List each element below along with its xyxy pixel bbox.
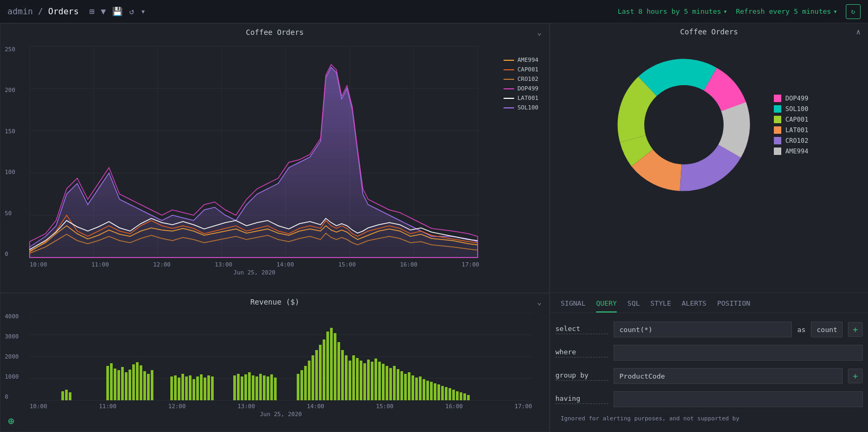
svg-rect-43 (200, 374, 203, 400)
as-input[interactable] (811, 321, 843, 337)
svg-rect-33 (147, 374, 150, 400)
svg-rect-28 (129, 370, 131, 400)
y-label: 50 (5, 210, 15, 217)
svg-rect-93 (423, 379, 425, 400)
having-row: having (555, 391, 863, 407)
bar-chart-svg (30, 313, 532, 400)
where-input[interactable] (614, 345, 863, 361)
panel-menu-icon[interactable]: ⌄ (537, 28, 542, 36)
tab-sql[interactable]: SQL (627, 299, 639, 312)
legend-item-sol100: SOL100 (504, 104, 538, 111)
dropdown-icon[interactable]: ▾ (141, 6, 146, 16)
where-row: where (555, 345, 863, 361)
x-label: 15:00 (338, 261, 355, 268)
select-input[interactable] (614, 321, 792, 337)
tab-signal[interactable]: SIGNAL (561, 299, 586, 312)
svg-rect-36 (174, 375, 177, 400)
select-add-button[interactable]: + (848, 322, 863, 337)
legend-item-lat001: LAT001 (504, 95, 538, 102)
x-date-bottom: Jun 25, 2020 (30, 411, 532, 418)
as-label: as (797, 326, 806, 334)
svg-rect-30 (136, 362, 139, 400)
svg-rect-52 (252, 375, 254, 400)
y-label: 150 (5, 128, 15, 135)
svg-point-106 (644, 85, 724, 164)
select-label: select (555, 325, 608, 334)
svg-rect-65 (319, 345, 322, 400)
expand-icon[interactable]: ⊞ (89, 6, 95, 16)
page-title: admin / Orders (7, 6, 79, 16)
where-label: where (555, 348, 608, 357)
chevron-down-icon: ▾ (723, 7, 727, 15)
donut-color-cro102 (774, 137, 781, 144)
topbar-right: Last 8 hours by 5 minutes ▾ Refresh ever… (618, 4, 861, 19)
having-input[interactable] (614, 391, 863, 407)
donut-menu-icon[interactable]: ∧ (856, 27, 861, 36)
legend-item-dop499: DOP499 (504, 85, 538, 92)
svg-rect-64 (315, 350, 318, 400)
x-label-bar: 11:00 (99, 403, 116, 410)
svg-rect-56 (267, 376, 269, 400)
svg-rect-23 (110, 363, 113, 400)
svg-rect-32 (143, 371, 146, 400)
donut-legend-item-lat001: LAT001 (774, 126, 808, 134)
donut-color-lat001 (774, 126, 781, 134)
y-label: 0 (5, 251, 15, 258)
svg-rect-84 (389, 368, 392, 400)
y-label-bar: 4000 (5, 313, 19, 320)
svg-rect-27 (125, 372, 127, 400)
topbar: admin / Orders ⊞ ▼ 💾 ↺ ▾ Last 8 hours by… (0, 0, 868, 23)
tab-alerts[interactable]: ALERTS (682, 299, 707, 312)
donut-title-bar: Coffee Orders ∧ (550, 23, 868, 40)
svg-rect-31 (140, 365, 142, 400)
donut-legend-item-cap001: CAP001 (774, 116, 808, 123)
svg-rect-87 (400, 371, 403, 400)
panel-menu-icon-bottom[interactable]: ⌄ (537, 298, 542, 306)
tab-query[interactable]: QUERY (596, 299, 617, 312)
chevron-down-icon: ▾ (833, 7, 837, 15)
svg-rect-71 (341, 350, 344, 400)
svg-rect-55 (263, 375, 266, 400)
svg-rect-50 (244, 374, 247, 400)
time-range-button[interactable]: Last 8 hours by 5 minutes ▾ (618, 7, 728, 15)
svg-rect-101 (452, 390, 455, 400)
x-label: 12:00 (153, 261, 170, 268)
svg-rect-20 (65, 390, 68, 400)
legend-color-ame994 (504, 60, 514, 61)
svg-rect-39 (185, 376, 188, 400)
save-icon[interactable]: 💾 (112, 6, 123, 16)
svg-rect-38 (181, 374, 184, 400)
legend-item-ame994: AME994 (504, 57, 538, 63)
group-by-input[interactable] (614, 368, 843, 384)
x-label: 17:00 (462, 261, 479, 268)
revenue-title: Revenue ($) (250, 298, 299, 306)
y-label: 100 (5, 169, 15, 176)
undo-icon[interactable]: ↺ (129, 6, 134, 16)
having-label: having (555, 394, 608, 404)
svg-rect-83 (386, 366, 388, 400)
right-panel: Coffee Orders ∧ (550, 23, 868, 432)
refresh-button[interactable]: Refresh every 5 minutes ▾ (736, 7, 837, 15)
svg-rect-41 (193, 379, 195, 400)
svg-rect-74 (352, 355, 355, 400)
x-label-bar: 10:00 (30, 403, 47, 410)
svg-rect-47 (233, 375, 236, 400)
add-panel-button[interactable]: ⊕ (8, 415, 14, 427)
donut-legend-item-ame994: AME994 (774, 148, 808, 155)
x-label: 11:00 (92, 261, 109, 268)
svg-rect-79 (371, 362, 373, 400)
svg-rect-94 (426, 381, 429, 400)
group-by-add-button[interactable]: + (848, 369, 863, 383)
tab-position[interactable]: POSITION (717, 299, 751, 312)
filter-icon[interactable]: ▼ (101, 6, 106, 16)
main-layout: Coffee Orders ⌄ 0 50 100 150 200 250 (0, 23, 868, 432)
y-label-bar: 3000 (5, 333, 19, 340)
tab-style[interactable]: STYLE (651, 299, 671, 312)
svg-rect-37 (178, 378, 180, 400)
donut-legend-item-dop499: DOP499 (774, 95, 808, 102)
svg-rect-80 (374, 359, 377, 400)
svg-rect-29 (132, 364, 135, 400)
x-label-bar: 17:00 (515, 403, 532, 410)
svg-rect-90 (412, 375, 414, 400)
refresh-now-button[interactable]: ↻ (846, 4, 861, 19)
